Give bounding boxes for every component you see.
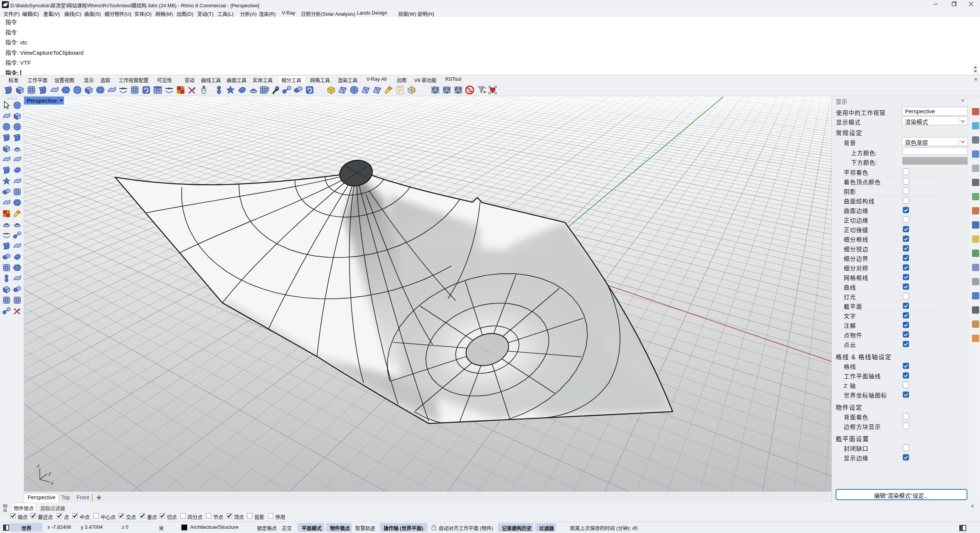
svg-text:8: 8 [7, 2, 8, 4]
svg-text:x: x [51, 480, 54, 486]
svg-text:z: z [37, 463, 40, 469]
svg-text:Perspective: Perspective [27, 98, 57, 104]
